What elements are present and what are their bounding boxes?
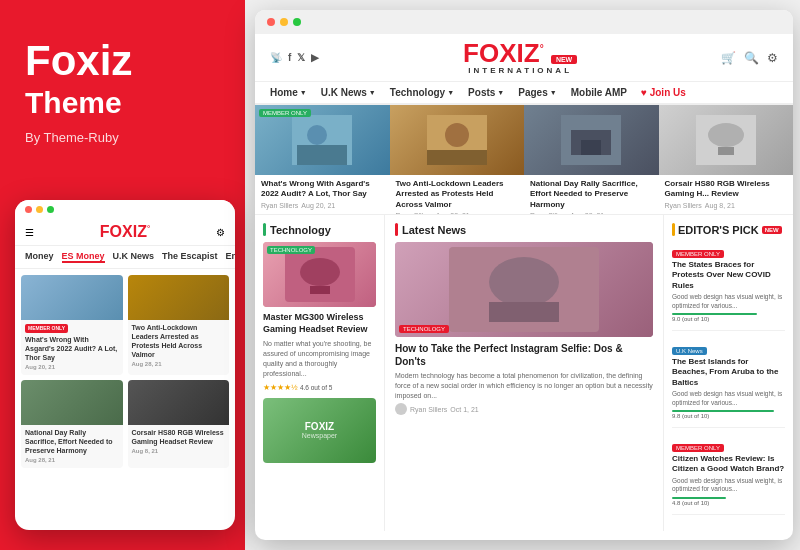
article-author-1: Ryan Slllers [261, 202, 298, 209]
tech-card-desc: No matter what you're shooting, be assur… [263, 339, 376, 378]
svg-point-1 [307, 125, 327, 145]
editor-title-1: The States Braces for Protests Over New … [672, 260, 785, 291]
article-card-1[interactable]: MEMBER ONLY What's Wrong With Asgard's 2… [255, 105, 390, 214]
dot-yellow [36, 206, 43, 213]
editor-title-2: The Best Islands for Beaches, From Aruba… [672, 357, 785, 388]
editor-item-1[interactable]: MEMBER ONLY The States Braces for Protes… [672, 242, 785, 331]
tech-badge: TECHNOLOGY [267, 246, 315, 254]
social-youtube-icon[interactable]: ▶ [311, 52, 319, 63]
svg-point-16 [489, 257, 559, 307]
mobile-card-text-4: Corsair HS80 RGB Wireless Gaming Headset… [128, 425, 230, 459]
nav-uknews-arrow: ▼ [369, 89, 376, 96]
mobile-settings-icon[interactable]: ⚙ [216, 227, 225, 238]
member-only-badge-1: MEMBER ONLY [25, 324, 68, 333]
mobile-nav[interactable]: Money ES Money U.K News The Escapist Ent… [15, 246, 235, 269]
mobile-nav-entert[interactable]: Entert... [226, 251, 235, 263]
article-meta-1: Ryan Slllers Aug 20, 21 [261, 202, 384, 209]
article-date-4: Aug 8, 21 [705, 202, 735, 209]
stars-display: ★★★★½ [263, 383, 298, 392]
editor-rating-bar-2 [672, 410, 774, 412]
editor-item-2[interactable]: U.K News The Best Islands for Beaches, F… [672, 339, 785, 428]
tech-section-title: Technology [263, 223, 376, 236]
browser-dot-red [267, 18, 275, 26]
editor-title-3: Citizen Watches Review: Is Citizen a Goo… [672, 454, 785, 475]
mobile-card-text-2: Two Anti-Lockdown Leaders Arrested as Pr… [128, 320, 230, 372]
latest-article-title: How to Take the Perfect Instagram Selfie… [395, 342, 653, 368]
lower-content: Technology TECHNOLOGY Master MG300 Wirel… [255, 215, 793, 531]
latest-date: Oct 1, 21 [450, 406, 478, 413]
editor-rating-text-2: 9.8 (out of 10) [672, 413, 785, 419]
article-meta-2: Ryan Slllers Aug 28, 21 [396, 212, 519, 214]
rating-text: 4.6 out of 5 [300, 384, 333, 391]
latest-main-img: TECHNOLOGY [395, 242, 653, 337]
mobile-nav-uk[interactable]: U.K News [113, 251, 155, 263]
editor-item-4[interactable]: Business Business Casual: The Definitive… [672, 523, 785, 531]
mobile-card-img-1 [21, 275, 123, 320]
editor-badge-1: MEMBER ONLY [672, 250, 724, 258]
mobile-card-1: MEMBER ONLY What's Wrong With Asgard's 2… [21, 275, 123, 375]
mobile-nav-escapist[interactable]: The Escapist [162, 251, 218, 263]
mobile-card-text-1: MEMBER ONLY What's Wrong With Asgard's 2… [21, 320, 123, 375]
author-avatar [395, 403, 407, 415]
browser-dot-green [293, 18, 301, 26]
social-rss-icon[interactable]: 📡 [270, 52, 282, 63]
site-nav: Home ▼ U.K News ▼ Technology ▼ Posts ▼ P… [255, 82, 793, 105]
mobile-card-date-4: Aug 8, 21 [132, 448, 226, 456]
search-icon[interactable]: 🔍 [744, 51, 759, 65]
mobile-card-img-4 [128, 380, 230, 425]
article-author-2: Ryan Slllers [396, 212, 433, 214]
latest-article-meta: Ryan Slllers Oct 1, 21 [395, 403, 653, 415]
social-twitter-icon[interactable]: 𝕏 [297, 52, 305, 63]
mobile-header: ☰ FOXIZ° ⚙ [15, 219, 235, 246]
mobile-content: MEMBER ONLY What's Wrong With Asgard's 2… [15, 269, 235, 474]
article-title-2: Two Anti-Lockdown Leaders Arrested as Pr… [396, 179, 519, 210]
mobile-card-date-3: Aug 28, 21 [25, 457, 119, 465]
latest-section-title: Latest News [395, 223, 653, 236]
latest-article-desc: Modern technology has become a total phe… [395, 371, 653, 400]
article-title-4: Corsair HS80 RGB Wireless Gaming H... Re… [665, 179, 788, 200]
mobile-card-3: National Day Rally Sacrifice, Effort Nee… [21, 380, 123, 468]
nav-join[interactable]: ♥ Join Us [641, 87, 686, 98]
settings-icon[interactable]: ⚙ [767, 51, 778, 65]
article-img-4 [659, 105, 794, 175]
tech-card-title: Master MG300 Wireless Gaming Headset Rev… [263, 312, 376, 335]
mobile-card-img-3 [21, 380, 123, 425]
mobile-nav-es-money[interactable]: ES Money [62, 251, 105, 263]
editor-item-3[interactable]: MEMBER ONLY Citizen Watches Review: Is C… [672, 436, 785, 515]
articles-strip: MEMBER ONLY What's Wrong With Asgard's 2… [255, 105, 793, 215]
article-card-3[interactable]: National Day Rally Sacrifice, Effort Nee… [524, 105, 659, 214]
article-date-3: Aug 28, 21 [570, 212, 604, 214]
article-meta-4: Ryan Slllers Aug 8, 21 [665, 202, 788, 209]
foxiz-newspaper-sub: Newspaper [302, 432, 337, 439]
nav-mobileamp[interactable]: Mobile AMP [571, 87, 627, 98]
nav-uknews[interactable]: U.K News ▼ [321, 87, 376, 98]
article-title-3: National Day Rally Sacrifice, Effort Nee… [530, 179, 653, 210]
mobile-nav-money[interactable]: Money [25, 251, 54, 263]
article-card-2[interactable]: Two Anti-Lockdown Leaders Arrested as Pr… [390, 105, 525, 214]
svg-rect-8 [581, 140, 601, 155]
brand-subtitle: Theme [25, 86, 122, 120]
foxiz-newspaper: FOXIZ Newspaper [263, 398, 376, 463]
article-meta-3: Ryan Slllers Aug 28, 21 [530, 212, 653, 214]
article-author-4: Ryan Slllers [665, 202, 702, 209]
mobile-card-date-1: Aug 20, 21 [25, 364, 119, 372]
nav-posts[interactable]: Posts ▼ [468, 87, 504, 98]
mobile-hamburger: ☰ [25, 227, 34, 238]
editor-badge-3: MEMBER ONLY [672, 444, 724, 452]
mobile-card-img-2 [128, 275, 230, 320]
mobile-card-4: Corsair HS80 RGB Wireless Gaming Headset… [128, 380, 230, 468]
svg-point-13 [300, 258, 340, 286]
article-date-2: Aug 28, 21 [436, 212, 470, 214]
nav-home[interactable]: Home ▼ [270, 87, 307, 98]
nav-technology[interactable]: Technology ▼ [390, 87, 454, 98]
editor-desc-1: Good web design has visual weight, is op… [672, 293, 785, 310]
social-facebook-icon[interactable]: f [288, 52, 291, 63]
article-card-4[interactable]: Corsair HS80 RGB Wireless Gaming H... Re… [659, 105, 794, 214]
cart-icon[interactable]: 🛒 [721, 51, 736, 65]
nav-pages[interactable]: Pages ▼ [518, 87, 556, 98]
brand-title: Foxiz [25, 40, 132, 82]
article-info-1: What's Wrong With Asgard's 2022 Audit? A… [255, 175, 390, 213]
browser-bar [255, 10, 793, 34]
editor-desc-3: Good web design has visual weight, is op… [672, 477, 785, 494]
nav-posts-arrow: ▼ [497, 89, 504, 96]
